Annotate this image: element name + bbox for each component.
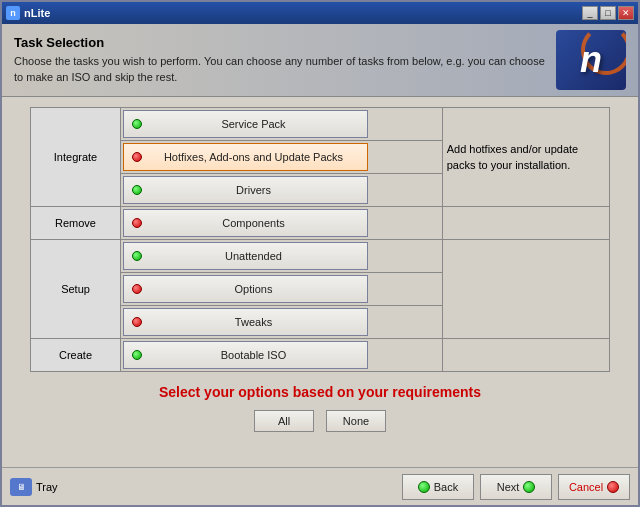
header-logo: n [556,30,626,90]
next-label: Next [497,481,520,493]
integrate-label: Integrate [31,108,121,207]
selection-buttons: All None [22,410,618,432]
remove-components-row: Remove Components [31,207,610,240]
main-content: Integrate Service Pack Add hotfixes and/… [2,97,638,467]
service-pack-button[interactable]: Service Pack [123,110,368,138]
tweaks-indicator [132,317,142,327]
title-bar: n nLite _ □ ✕ [2,2,638,24]
cancel-button[interactable]: Cancel [558,474,630,500]
integrate-service-pack-row: Integrate Service Pack Add hotfixes and/… [31,108,610,141]
bootable-iso-indicator [132,350,142,360]
all-button[interactable]: All [254,410,314,432]
unattended-button[interactable]: Unattended [123,242,368,270]
status-left: 🖥 Tray [10,478,58,496]
next-button[interactable]: Next [480,474,552,500]
bootable-iso-btn-cell: Bootable ISO [121,339,443,372]
create-label: Create [31,339,121,372]
components-label: Components [148,217,359,229]
tweaks-button[interactable]: Tweaks [123,308,368,336]
unattended-label: Unattended [148,250,359,262]
components-button[interactable]: Components [123,209,368,237]
tweaks-btn-cell: Tweaks [121,306,443,339]
cancel-icon [607,481,619,493]
window-title: nLite [24,7,50,19]
create-hint [442,339,609,372]
service-pack-indicator [132,119,142,129]
components-indicator [132,218,142,228]
create-iso-row: Create Bootable ISO [31,339,610,372]
bootable-iso-button[interactable]: Bootable ISO [123,341,368,369]
back-button[interactable]: Back [402,474,474,500]
drivers-indicator [132,185,142,195]
hotfixes-btn-cell: Hotfixes, Add-ons and Update Packs [121,141,443,174]
options-label: Options [148,283,359,295]
none-button[interactable]: None [326,410,386,432]
hotfixes-button[interactable]: Hotfixes, Add-ons and Update Packs [123,143,368,171]
drivers-label: Drivers [148,184,359,196]
service-pack-btn-cell: Service Pack [121,108,443,141]
components-btn-cell: Components [121,207,443,240]
main-window: n nLite _ □ ✕ Task Selection Choose the … [0,0,640,507]
options-indicator [132,284,142,294]
integrate-hint: Add hotfixes and/or update packs to your… [442,108,609,207]
unattended-btn-cell: Unattended [121,240,443,273]
header-description: Choose the tasks you wish to perform. Yo… [14,54,556,85]
header-text: Task Selection Choose the tasks you wish… [14,35,556,85]
tray-label: Tray [36,481,58,493]
remove-label: Remove [31,207,121,240]
maximize-button[interactable]: □ [600,6,616,20]
select-message: Select your options based on your requir… [22,384,618,400]
cancel-label: Cancel [569,481,603,493]
back-label: Back [434,481,458,493]
nav-buttons: Back Next Cancel [402,474,630,500]
unattended-indicator [132,251,142,261]
drivers-button[interactable]: Drivers [123,176,368,204]
task-table: Integrate Service Pack Add hotfixes and/… [30,107,610,372]
drivers-btn-cell: Drivers [121,174,443,207]
window-controls: _ □ ✕ [582,6,634,20]
service-pack-label: Service Pack [148,118,359,130]
setup-label: Setup [31,240,121,339]
next-icon [523,481,535,493]
bootable-iso-label: Bootable ISO [148,349,359,361]
setup-hint [442,240,609,339]
header-banner: Task Selection Choose the tasks you wish… [2,24,638,97]
status-bar: 🖥 Tray Back Next Cancel [2,467,638,505]
app-icon: n [6,6,20,20]
logo-letter: n [580,39,602,81]
back-icon [418,481,430,493]
options-btn-cell: Options [121,273,443,306]
title-bar-text: n nLite [6,6,50,20]
minimize-button[interactable]: _ [582,6,598,20]
setup-unattended-row: Setup Unattended [31,240,610,273]
header-title: Task Selection [14,35,556,50]
options-button[interactable]: Options [123,275,368,303]
tray-icon: 🖥 [10,478,32,496]
close-button[interactable]: ✕ [618,6,634,20]
tweaks-label: Tweaks [148,316,359,328]
hotfixes-label: Hotfixes, Add-ons and Update Packs [148,151,359,163]
remove-hint [442,207,609,240]
hotfixes-indicator [132,152,142,162]
